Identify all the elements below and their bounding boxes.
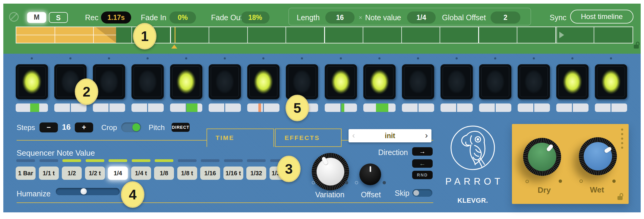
note-value-button-1-Bar[interactable]: 1 Bar [16,167,36,180]
step-bar-7[interactable] [247,103,279,112]
note-value-button-1-4-t[interactable]: 1/4 t [131,167,151,180]
step-pad-14[interactable] [518,64,550,99]
step-pad-15[interactable] [556,64,589,99]
step-bar-cell-left[interactable] [402,103,418,112]
step-pad-12[interactable] [440,64,473,99]
dry-knob[interactable] [523,138,561,176]
tab-effects[interactable]: EFFECTS [275,129,342,147]
steps-plus-button[interactable]: + [75,122,93,132]
step-bar-cell-right[interactable] [418,103,434,112]
note-value-button-1-16[interactable]: 1/16 [200,167,220,180]
step-bar-10[interactable] [363,103,396,112]
step-pad-9[interactable] [325,64,357,99]
fade-in-value[interactable]: 0% [169,11,196,24]
step-pad-1[interactable] [16,64,48,99]
step-bar-cell-right[interactable] [496,103,511,112]
step-bar-2[interactable] [54,103,87,112]
step-bar-cell-left[interactable] [54,103,70,112]
step-bar-cell-right[interactable] [225,103,241,112]
timeline-lock-icon[interactable] [634,42,639,49]
step-pad-13[interactable] [479,64,511,99]
step-bar-cell-left[interactable] [16,103,31,112]
step-bar-cell-right[interactable] [573,103,589,112]
step-bar-cell-left[interactable] [170,103,186,112]
skip-toggle-knob[interactable] [413,190,419,196]
mix-panel-lock-icon[interactable] [617,193,623,200]
humanize-slider-thumb[interactable] [80,188,87,195]
note-value-button-1-1-t[interactable]: 1/1 t [39,167,59,180]
steps-minus-button[interactable]: − [39,122,58,132]
fade-out-value[interactable]: 18% [241,11,270,24]
step-bar-cell-left[interactable] [93,103,109,112]
step-bar-5[interactable] [170,103,202,112]
step-pad-10[interactable] [363,64,396,99]
step-bar-1[interactable] [16,103,48,112]
note-value-button-1-4[interactable]: 1/4 [108,167,128,180]
note-value-button-1-32[interactable]: 1/32 [246,167,266,180]
step-pad-7[interactable] [247,64,279,99]
preset-selector[interactable]: ‹ init › [349,129,431,142]
sync-mode-button[interactable]: Host timeline [570,10,633,24]
rec-time-value[interactable]: 1.17s [101,11,131,24]
note-value-button-1-2-t[interactable]: 1/2 t [85,167,105,180]
global-offset-value[interactable]: 2 [491,11,520,24]
step-bar-cell-left[interactable] [556,103,572,112]
step-pad-6[interactable] [209,64,241,99]
step-bar-13[interactable] [479,103,511,112]
loop-start-marker[interactable] [559,32,564,38]
step-pad-5[interactable] [170,64,202,99]
step-pad-4[interactable] [131,64,164,99]
step-bar-9[interactable] [325,103,357,112]
step-bar-cell-right[interactable] [264,103,279,112]
length-value[interactable]: 16 [325,11,355,24]
step-bar-cell-right[interactable] [611,103,627,112]
step-bar-cell-left[interactable] [131,103,147,112]
loop-timeline[interactable] [16,27,633,43]
direction-forward-button[interactable]: → [412,147,433,156]
step-bar-cell-right[interactable] [457,103,473,112]
humanize-slider[interactable] [56,188,120,195]
step-pad-16[interactable] [595,64,627,99]
crop-toggle[interactable] [121,122,141,132]
step-bar-cell-left[interactable] [518,103,533,112]
step-bar-4[interactable] [131,103,164,112]
step-bar-15[interactable] [556,103,589,112]
skip-toggle[interactable] [412,189,432,197]
note-value-button-1-2[interactable]: 1/2 [62,167,82,180]
note-value-button-1-8-t[interactable]: 1/8 t [177,167,197,180]
step-bar-cell-left[interactable] [479,103,495,112]
playhead-triangle[interactable] [171,45,177,49]
step-bar-12[interactable] [440,103,473,112]
timeline-segment-divider [55,27,55,43]
step-bar-16[interactable] [595,103,627,112]
note-value-button-1-16-t[interactable]: 1/16 t [223,167,243,180]
crop-toggle-knob[interactable] [132,123,140,131]
step-bar-cell-right[interactable] [534,103,550,112]
step-pad-11[interactable] [402,64,434,99]
variation-knob[interactable] [312,153,349,190]
step-bar-cell-left[interactable] [440,103,456,112]
tab-time[interactable]: TIME [207,129,274,147]
step-bar-cell-right[interactable] [109,103,125,112]
note-value-value[interactable]: 1/4 [407,11,436,24]
step-bar-6[interactable] [209,103,241,112]
direction-reverse-button[interactable]: ← [412,159,433,168]
note-value-button-1-8[interactable]: 1/8 [154,167,174,180]
step-bar-cell-left[interactable] [209,103,224,112]
offset-knob[interactable] [359,163,381,185]
playhead[interactable] [175,27,175,43]
pitch-mode-button[interactable]: DIRECT [172,123,190,132]
bypass-icon[interactable] [9,12,19,22]
step-pad-8[interactable] [286,64,318,99]
preset-next-icon[interactable]: › [425,129,428,142]
step-bar-3[interactable] [93,103,125,112]
step-bar-14[interactable] [518,103,550,112]
direction-random-button[interactable]: RND [412,171,433,179]
step-bar-cell-left[interactable] [595,103,611,112]
step-bar-cell-left[interactable] [325,103,340,112]
solo-button[interactable]: S [49,12,68,23]
step-bar-11[interactable] [402,103,434,112]
mute-button[interactable]: M [27,12,46,23]
step-bar-cell-right[interactable] [148,103,164,112]
wet-knob[interactable] [579,137,617,175]
